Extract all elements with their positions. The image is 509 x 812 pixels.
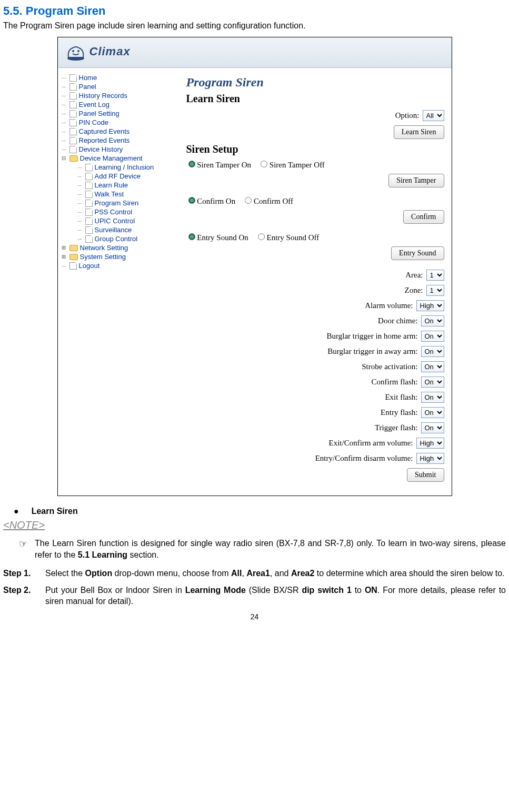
nav-pin-code[interactable]: PIN Code [61,118,175,127]
entry-sound-on-radio[interactable]: Entry Sound On [188,233,248,242]
nav-program-siren[interactable]: Program Siren [61,199,175,207]
page-icon [69,128,77,135]
step-text: (Slide BX/SR [246,586,302,595]
siren-tamper-off-radio[interactable]: Siren Tamper Off [261,161,325,170]
page-icon [69,137,77,144]
burglar-home-select[interactable]: On [421,331,444,342]
zone-select[interactable]: 1 [426,285,444,296]
nav-label: PIN Code [79,118,108,126]
nav-surveillance[interactable]: Surveillance [61,225,175,234]
radio-label: Siren Tamper On [197,161,251,169]
learn-siren-button[interactable]: Learn Siren [394,125,444,139]
entry-sound-off-radio[interactable]: Entry Sound Off [258,233,319,242]
entry-sound-button[interactable]: Entry Sound [391,246,444,260]
trigger-flash-select[interactable]: On [421,422,444,433]
step-bold: Learning Mode [185,586,246,595]
nav-add-rf-device[interactable]: Add RF Device [61,172,175,181]
nav-captured-events[interactable]: Captured Events [61,127,175,136]
step-text: drop-down menu, choose from [112,569,231,578]
step-text: to [352,586,365,595]
step-label: Step 1. [3,568,39,579]
siren-setup-header: Siren Setup [186,143,444,155]
nav-panel[interactable]: Panel [61,82,175,91]
confirm-button[interactable]: Confirm [403,210,444,224]
strobe-activation-select[interactable]: On [421,361,444,372]
entry-confirm-disarm-select[interactable]: High [416,453,444,464]
page-icon [69,74,77,82]
nav-network-setting[interactable]: Network Setting [61,243,175,252]
option-select[interactable]: All [423,110,444,121]
confirm-flash-label: Confirm flash: [372,378,418,387]
step-bold: ON [365,586,377,595]
step-bold: Area2 [291,569,314,578]
svg-point-2 [77,50,79,52]
nav-learn-rule[interactable]: Learn Rule [61,181,175,190]
app-screenshot: Climax Home Panel History Records Event … [57,37,452,496]
nav-label: Network Setting [80,244,128,252]
nav-panel-setting[interactable]: Panel Setting [61,109,175,118]
entry-flash-select[interactable]: On [421,407,444,418]
radio-label: Entry Sound On [197,233,248,242]
entry-flash-label: Entry flash: [381,408,417,417]
trigger-flash-label: Trigger flash: [375,423,418,432]
nav-label: UPIC Control [95,217,135,225]
alarm-volume-select[interactable]: High [416,300,444,311]
step-label: Step 2. [3,585,39,607]
nav-label: System Setting [80,253,126,261]
exit-flash-select[interactable]: On [421,392,444,403]
nav-learning-inclusion[interactable]: Learning / Inclusion [61,163,175,172]
page-icon [69,83,77,91]
intro-text: The Program Siren page include siren lea… [3,21,506,31]
nav-upic-control[interactable]: UPIC Control [61,216,175,225]
note-body: ☞ The Learn Siren function is designed f… [19,538,506,560]
step-2: Step 2. Put your Bell Box or Indoor Sire… [3,585,506,607]
nav-device-history[interactable]: Device History [61,145,175,154]
nav-group-control[interactable]: Group Control [61,234,175,243]
page-icon [69,262,77,270]
burglar-away-select[interactable]: On [421,346,444,357]
pointer-icon: ☞ [19,538,27,560]
folder-icon [69,254,78,260]
nav-label: Reported Events [79,136,130,144]
page-icon [85,209,93,216]
nav-home[interactable]: Home [61,73,175,82]
note-bold: 5.1 Learning [78,550,127,559]
nav-label: Event Log [79,101,110,108]
exit-confirm-arm-select[interactable]: High [416,438,444,449]
page-icon [69,101,77,108]
nav-label: Walk Test [95,190,124,198]
page-icon [85,217,93,225]
nav-system-setting[interactable]: System Setting [61,252,175,261]
nav-logout[interactable]: Logout [61,261,175,270]
nav-reported-events[interactable]: Reported Events [61,136,175,145]
nav-pss-control[interactable]: PSS Control [61,207,175,216]
bullet-text: Learn Siren [32,507,78,516]
nav-label: Add RF Device [95,172,141,180]
step-1: Step 1. Select the Option drop-down menu… [3,568,506,579]
bullet-learn-siren: ● Learn Siren [14,507,506,516]
confirm-off-radio[interactable]: Confirm Off [245,197,293,206]
page-icon [85,235,93,243]
note-header: <NOTE> [3,519,506,531]
brand-name: Climax [89,45,131,58]
nav-label: Device History [79,145,123,153]
bullet-icon: ● [14,507,19,516]
door-chime-select[interactable]: On [421,315,444,326]
nav-event-log[interactable]: Event Log [61,100,175,109]
siren-tamper-on-radio[interactable]: Siren Tamper On [188,161,252,170]
nav-walk-test[interactable]: Walk Test [61,190,175,199]
app-header: Climax [58,37,452,68]
page-icon [85,173,93,180]
step-bold: All [231,569,242,578]
nav-history-records[interactable]: History Records [61,91,175,100]
siren-tamper-button[interactable]: Siren Tamper [388,174,444,187]
confirm-on-radio[interactable]: Confirm On [188,197,236,206]
confirm-flash-select[interactable]: On [421,377,444,388]
nav-label: Learn Rule [95,181,128,189]
nav-device-management[interactable]: Device Management [61,154,175,163]
nav-label: Panel Setting [79,110,119,117]
burglar-away-label: Burglar trigger in away arm: [327,347,417,356]
area-select[interactable]: 1 [426,270,444,281]
submit-button[interactable]: Submit [407,468,444,482]
exit-confirm-arm-label: Exit/Confirm arm volume: [329,439,413,448]
